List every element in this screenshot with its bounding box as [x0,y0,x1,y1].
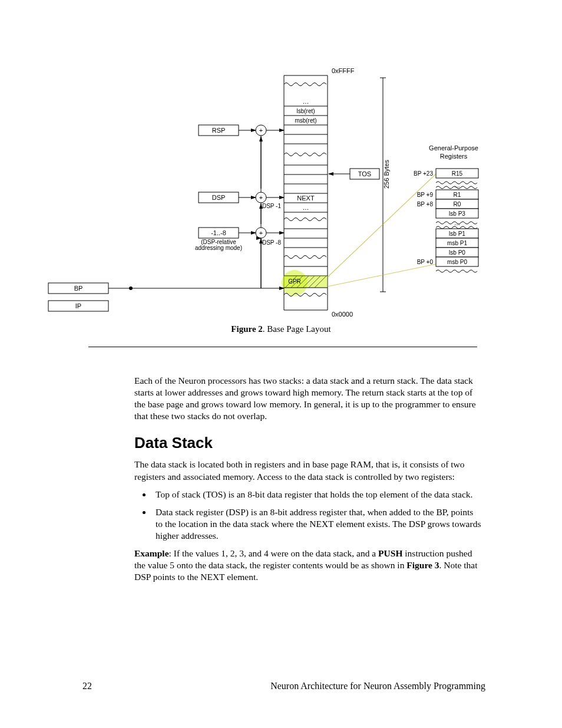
svg-text:lsb P1: lsb P1 [449,230,465,237]
figure-area: … lsb(ret) msb(ret) NEXT … [0,0,562,339]
dsp-box: DSP [199,192,239,203]
data-stack-paragraph: The data stack is located both in regist… [134,459,482,482]
push-keyword: PUSH [378,548,402,558]
figure-number: Figure 2 [231,324,262,334]
svg-text:R1: R1 [454,192,461,198]
svg-text:-1..-8: -1..-8 [211,229,226,236]
page-number: 22 [82,681,92,691]
example-text-1: : If the values 1, 2, 3, and 4 were on t… [169,548,379,558]
page: … lsb(ret) msb(ret) NEXT … [0,0,562,728]
gpr-title-1: General-Purpose [429,144,478,151]
svg-text:DSP: DSP [212,194,226,201]
example-label: Example [134,548,169,558]
svg-text:addressing mode): addressing mode) [195,245,242,251]
msb-ret-cell: msb(ret) [295,117,316,124]
list-item: Data stack register (DSP) is an 8-bit ad… [152,506,482,542]
svg-text:R0: R0 [454,201,461,207]
svg-text:+: + [259,127,263,134]
256-bytes-label: 256 Bytes [383,160,390,189]
svg-text:msb P1: msb P1 [447,240,467,246]
figure-caption-text: . Base Page Layout [263,324,331,334]
svg-text:BP +0: BP +0 [417,259,434,265]
gpr-connector-bottom [328,264,436,286]
range-box: -1..-8 (DSP-relative addressing mode) [195,228,242,251]
dsp-minus-8: DSP -8 [262,239,281,246]
svg-text:BP +9: BP +9 [417,192,434,198]
svg-text:…: … [454,220,460,226]
ellipsis2-cell: … [303,204,309,211]
gpr-cell: GPR [288,278,301,285]
svg-text:BP +23: BP +23 [414,170,433,177]
section-heading-data-stack: Data Stack [134,433,482,453]
dsp-minus-1: DSP -1 [262,203,281,209]
example-paragraph: Example: If the values 1, 2, 3, and 4 we… [134,548,482,583]
svg-text:+: + [259,229,263,236]
addr-bottom: 0x0000 [332,311,353,318]
gpr-column: R15 BP +23 … R1 BP +9 R0 BP +8 lsb P3 … … [414,169,478,272]
memory-column: … lsb(ret) msb(ret) NEXT … [282,75,328,310]
figure-caption: Figure 2. Base Page Layout [0,324,562,334]
svg-text:lsb P3: lsb P3 [449,210,465,217]
rsp-box: RSP [199,125,239,136]
register-list: Top of stack (TOS) is an 8-bit data regi… [152,489,482,542]
intro-paragraph: Each of the Neuron processors has two st… [134,375,482,423]
tos-label: TOS [358,170,371,177]
list-item: Top of stack (TOS) is an 8-bit data regi… [152,489,482,500]
gpr-title-2: Registers [440,153,468,160]
svg-text:IP: IP [75,302,81,309]
svg-text:msb P0: msb P0 [447,259,467,265]
svg-text:BP: BP [74,285,83,292]
next-cell: NEXT [297,195,315,202]
svg-point-53 [129,286,133,290]
addr-top: 0xFFFF [332,67,355,74]
figure-3-ref: Figure 3 [406,560,439,570]
svg-text:BP +8: BP +8 [417,201,434,207]
bp-box: BP [48,283,108,294]
svg-text:RSP: RSP [212,127,226,134]
body-text: Each of the Neuron processors has two st… [134,375,482,589]
svg-text:+: + [259,194,263,201]
svg-text:R15: R15 [452,170,463,177]
horizontal-rule [88,347,477,347]
base-page-layout-diagram: … lsb(ret) msb(ret) NEXT … [0,0,562,321]
svg-text:…: … [454,182,460,189]
svg-text:lsb P0: lsb P0 [449,249,465,256]
footer-title: Neuron Architecture for Neuron Assembly … [270,681,485,691]
ip-box: IP [48,301,108,311]
ellipsis-cell: … [303,98,309,105]
lsb-ret-cell: lsb(ret) [296,108,315,114]
